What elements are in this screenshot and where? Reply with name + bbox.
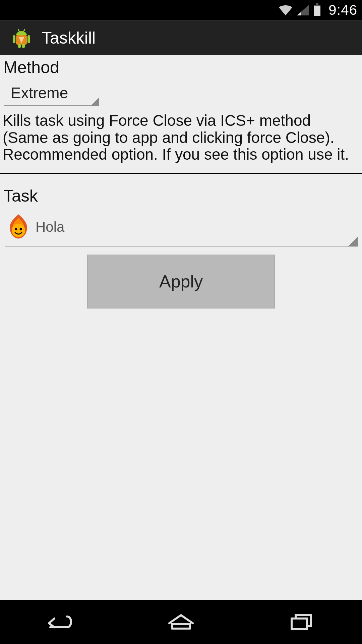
method-description: Kills task using Force Close via ICS+ me…: [0, 106, 362, 173]
svg-rect-6: [13, 35, 15, 43]
cell-signal-icon: [296, 4, 310, 16]
task-spinner[interactable]: Hola: [5, 211, 357, 247]
action-bar: Taskkill: [0, 20, 362, 55]
home-button[interactable]: [161, 608, 201, 635]
svg-line-3: [18, 29, 19, 32]
svg-line-4: [23, 29, 25, 32]
app-title: Taskkill: [42, 28, 96, 48]
svg-rect-7: [27, 35, 30, 43]
battery-icon: [313, 3, 321, 17]
method-spinner[interactable]: Extreme: [4, 81, 98, 106]
task-spinner-value: Hola: [36, 219, 64, 235]
svg-point-10: [12, 224, 25, 237]
navigation-bar: [0, 600, 362, 644]
status-bar: 9:46: [0, 0, 362, 20]
svg-rect-2: [314, 6, 320, 16]
svg-point-11: [15, 228, 17, 230]
app-icon: [11, 27, 32, 49]
hola-app-icon: [7, 213, 30, 241]
svg-rect-8: [18, 44, 21, 48]
svg-rect-13: [292, 619, 307, 629]
recent-apps-button[interactable]: [282, 608, 322, 635]
svg-rect-9: [22, 44, 25, 48]
task-label: Task: [0, 183, 362, 210]
apply-button[interactable]: Apply: [87, 255, 275, 308]
wifi-icon: [278, 4, 293, 16]
status-clock: 9:46: [328, 2, 357, 18]
back-button[interactable]: [40, 608, 80, 635]
method-label: Method: [0, 55, 362, 81]
method-spinner-value: Extreme: [11, 84, 68, 102]
svg-point-12: [20, 228, 22, 230]
svg-rect-1: [316, 3, 318, 5]
content-area: Method Extreme Kills task using Force Cl…: [0, 55, 362, 600]
